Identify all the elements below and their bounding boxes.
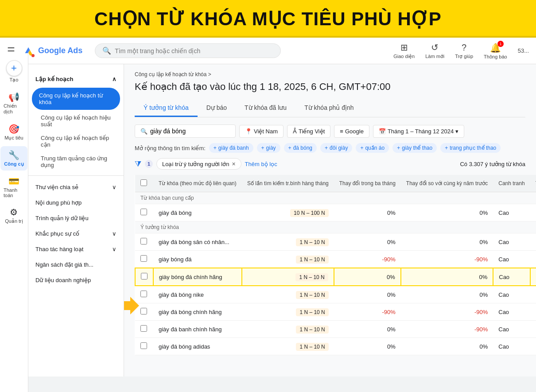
sidebar-item-cong-cu[interactable]: 🔧 Công cụ [0,146,27,171]
du-lieu-label: Dữ liệu doanh nghiệp [35,277,91,283]
row-checkbox-cell [135,204,153,221]
tro-giup-icon: ? [462,43,466,53]
muc-tieu-label: Mục tiêu [4,135,23,141]
sidebar-section-thu-vien-chia-se[interactable]: Thư viện chia sẻ ∨ [28,179,124,195]
location-filter[interactable]: 📍 Việt Nam [239,125,284,138]
tag-label-0: giày đá banh [218,145,249,151]
tag-doi-giay[interactable]: + đôi giày [320,143,352,153]
row-checkbox-2[interactable] [140,255,147,262]
sidebar-item-du-lieu-doanh-nghiep[interactable]: Dữ liệu doanh nghiệp [28,272,124,288]
thong-bao-label: Thông báo [484,54,507,59]
sidebar-item-muc-tieu[interactable]: 🎯 Mục tiêu [1,120,27,144]
giao-dien-button[interactable]: ⊞ Giao diện [393,42,415,59]
sidebar-item-cong-cu-lap-ke-hoach-tu-khoa[interactable]: Công cụ lập kế hoạch từ khóa [32,88,120,110]
plus-icon-5: + [397,145,400,151]
tab-tu-khoa-da-luu[interactable]: Từ khóa đã lưu [236,100,295,117]
row-change-yoy: -90% [401,251,493,268]
network-icon: ≡ [340,128,343,135]
thao-tac-label: Thao tác hàng loạt [35,246,83,252]
chien-dich-label: Chiến dịch [4,103,24,115]
tab-tu-khoa-phu-dinh[interactable]: Từ khóa phủ định [295,100,363,117]
search-vol-badge: 1 N – 10 N [296,343,328,351]
row-checkbox-4[interactable] [140,291,147,297]
tro-giup-button[interactable]: ? Trợ giúp [455,43,473,59]
top-search-input[interactable] [115,47,273,54]
tab-du-bao[interactable]: Dự báo [198,100,236,117]
remove-filter-icon[interactable]: × [232,160,235,167]
tag-giay-da-banh[interactable]: + giày đá banh [209,143,253,153]
sidebar: + Tạo 📢 Chiến dịch 🎯 Mục tiêu 🔧 Công cụ … [0,64,124,376]
table-header-row: Từ khóa (theo mức độ liên quan) Số lần t… [135,175,536,192]
create-label: Tạo [10,77,19,83]
filter-funnel-icon[interactable]: ⧩ [135,159,141,169]
network-filter[interactable]: ≡ Google [334,125,369,138]
giao-dien-icon: ⊞ [400,42,408,53]
row-competition: Cao [493,321,530,338]
sidebar-item-create[interactable]: + Tạo [3,64,26,86]
language-filter[interactable]: A̐ Tiếng Việt [287,125,330,138]
tag-label-6: trang phục thể thao [450,145,496,151]
quan-tri-icon: ⚙ [10,207,18,217]
sidebar-item-trinh-quan-ly-du-lieu[interactable]: Trình quản lý dữ liệu [28,210,124,226]
sidebar-section-thao-tac-hang-loat[interactable]: Thao tác hàng loạt ∨ [28,241,124,257]
sidebar-item-ngan-sach[interactable]: Ngân sách đặt giá th... [28,257,124,272]
tag-da-bong[interactable]: + đá bóng [284,143,317,153]
banner: CHỌN TỪ KHÓA MỤC TIÊU PHÙ HỢP [0,0,536,38]
keyword-search-filter[interactable]: 🔍 [135,124,236,138]
row-competition: Cao [493,303,530,321]
row-search-vol: 1 N – 10 N [242,268,334,286]
tag-giay[interactable]: + giày [257,143,280,153]
tag-quan-ao[interactable]: + quần áo [356,143,389,153]
lam-moi-button[interactable]: ↺ Làm mới [425,42,444,59]
sidebar-item-noi-dung-phu-hop[interactable]: Nội dung phù hợp [28,195,124,210]
sidebar-section-khac-phuc-su-co[interactable]: Khắc phục sự cố ∨ [28,226,124,241]
top-nav: ☰ Google Ads 🔍 ⊞ Giao diện ↺ Làm mới ? T… [0,38,536,64]
search-vol-badge: 1 N – 10 N [296,291,328,299]
keyword-search-input[interactable] [150,128,230,135]
breadcrumb[interactable]: Công cụ lập kế hoạch từ khóa > [135,71,525,78]
filter-search-icon: 🔍 [140,128,148,135]
tro-giup-label: Trợ giúp [455,54,473,59]
search-vol-badge: 1 N – 10 N [296,308,328,316]
thong-bao-button[interactable]: 🔔 1 Thông báo [484,43,507,59]
keyword-table: Từ khóa (theo mức độ liên quan) Số lần t… [135,175,536,355]
thanh-toan-label: Thanh toán [4,187,24,198]
tag-giay-the-thao[interactable]: + giày thể thao [392,143,437,153]
main-layout: + Tạo 📢 Chiến dịch 🎯 Mục tiêu 🔧 Công cụ … [0,64,536,376]
row-checkbox-cell [135,233,153,251]
tab-y-tuong-tu-khoa[interactable]: Ý tưởng từ khóa [135,100,198,117]
language-label: Tiếng Việt [299,128,325,135]
row-checkbox-5[interactable] [140,308,147,314]
muc-tieu-icon: 🎯 [8,124,19,134]
row-competition: Cao [493,204,530,221]
row-checkbox-3[interactable] [141,273,148,279]
active-filters-row: ⧩ 1 Loại trừ ý tưởng người lớn × Thêm bộ… [135,158,525,170]
tag-label-1: giày [266,145,276,151]
table-row: giày đá bóng 10 N – 100 N 0% 0% Cao – 1.… [135,204,536,221]
sidebar-section-lap-ke-hoach[interactable]: Lập kế hoạch ∧ [28,71,124,87]
date-filter[interactable]: 📅 Tháng 1 – Tháng 12 2024 ▾ [373,125,464,138]
add-filter-button[interactable]: Thêm bộ lọc [245,161,277,167]
top-search-bar[interactable]: 🔍 [95,43,281,58]
row-checkbox-0[interactable] [140,209,147,215]
location-icon: 📍 [245,128,252,135]
sidebar-item-quan-tri[interactable]: ⚙ Quản trị [1,203,27,228]
row-checkbox-cell [135,321,153,338]
sidebar-item-cong-cu-lap-ke-hoach-tiep-can[interactable]: Công cụ lập kế hoạch tiếp cận [28,131,124,151]
row-checkbox-6[interactable] [140,325,147,332]
row-change-yoy: 0% [401,268,493,286]
tag-trang-phuc-the-thao[interactable]: + trang phục thể thao [440,143,501,153]
table-section-label: Ý tưởng từ khóa [135,221,536,233]
row-competition: Cao [493,251,530,268]
plus-icon-3: + [325,145,328,151]
plus-icon-1: + [261,145,264,151]
sidebar-item-cong-cu-lap-ke-hoach-hieu-suat[interactable]: Công cụ lập kế hoạch hiệu suất [28,111,124,131]
row-checkbox-7[interactable] [140,342,147,349]
row-checkbox-1[interactable] [140,238,147,245]
row-keyword: giày đá banh chính hãng [153,321,242,338]
notification-badge: 1 [497,41,504,47]
select-all-checkbox[interactable] [140,179,147,186]
sidebar-item-chien-dich[interactable]: 📢 Chiến dịch [0,88,28,118]
sidebar-item-thanh-toan[interactable]: 💳 Thanh toán [0,172,28,202]
sidebar-item-trung-tam-quang-cao-ung-dung[interactable]: Trung tâm quảng cáo ứng dụng [28,151,124,172]
